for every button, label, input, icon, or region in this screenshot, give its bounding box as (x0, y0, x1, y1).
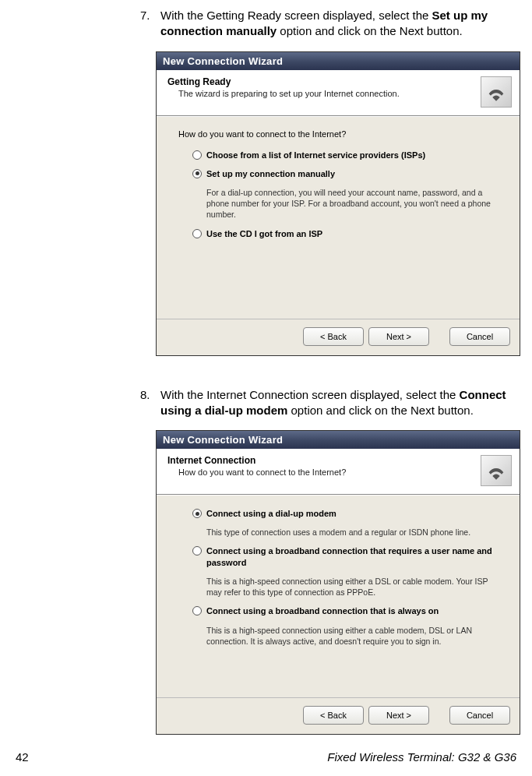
step-text-post: option and click on the Next button. (277, 24, 462, 37)
back-button[interactable]: < Back (303, 706, 364, 725)
option-desc: This is a high-speed connection using ei… (206, 576, 502, 598)
step-text-post: option and click on the Next button. (287, 404, 473, 417)
manual-title: Fixed Wireless Terminal: G32 & G36 (327, 750, 516, 764)
wizard-header: Getting Ready The wizard is preparing to… (157, 70, 520, 116)
option-isp-list[interactable]: Choose from a list of Internet service p… (192, 150, 502, 160)
option-use-cd[interactable]: Use the CD I got from an ISP (192, 228, 502, 239)
radio-icon[interactable] (192, 546, 202, 556)
option-label: Connect using a broadband connection tha… (206, 605, 439, 616)
wizard-getting-ready: New Connection Wizard Getting Ready The … (156, 51, 520, 356)
option-dialup[interactable]: Connect using a dial-up modem (192, 508, 502, 519)
header-title: Internet Connection (167, 455, 473, 466)
radio-icon[interactable] (192, 169, 202, 178)
step-8: 8. With the Internet Connection screen d… (140, 387, 509, 419)
connection-icon (481, 455, 512, 486)
option-label: Set up my connection manually (206, 168, 335, 179)
option-desc: For a dial-up connection, you will need … (206, 187, 502, 220)
page-footer: 42 Fixed Wireless Terminal: G32 & G36 (16, 750, 516, 764)
body-question: How do you want to connect to the Intern… (178, 129, 502, 139)
cancel-button[interactable]: Cancel (449, 706, 510, 725)
option-desc: This is a high-speed connection using ei… (206, 625, 502, 647)
back-button[interactable]: < Back (303, 327, 364, 346)
titlebar: New Connection Wizard (157, 52, 520, 70)
header-title: Getting Ready (167, 76, 473, 87)
step-text-pre: With the Getting Ready screen displayed,… (160, 9, 432, 22)
next-button[interactable]: Next > (368, 327, 429, 346)
radio-icon[interactable] (192, 509, 202, 518)
wizard-footer: < Back Next > Cancel (157, 319, 520, 355)
step-text: With the Getting Ready screen displayed,… (160, 8, 509, 40)
option-label: Use the CD I got from an ISP (206, 228, 322, 239)
radio-icon[interactable] (192, 229, 202, 238)
wizard-body: How do you want to connect to the Intern… (157, 116, 520, 319)
connection-icon (481, 76, 512, 108)
option-desc: This type of connection uses a modem and… (206, 527, 502, 538)
wizard-internet-connection: New Connection Wizard Internet Connectio… (156, 430, 520, 735)
cancel-button[interactable]: Cancel (449, 327, 510, 346)
option-label: Connect using a dial-up modem (206, 508, 336, 519)
option-manual[interactable]: Set up my connection manually (192, 168, 502, 179)
titlebar: New Connection Wizard (157, 431, 520, 449)
step-number: 8. (140, 387, 160, 419)
option-label: Connect using a broadband connection tha… (206, 545, 502, 568)
header-subtitle: How do you want to connect to the Intern… (178, 467, 473, 477)
wizard-body: Connect using a dial-up modem This type … (157, 495, 520, 697)
radio-icon[interactable] (192, 150, 202, 160)
step-7: 7. With the Getting Ready screen display… (140, 8, 509, 40)
step-text: With the Internet Connection screen disp… (160, 387, 509, 419)
option-label: Choose from a list of Internet service p… (206, 150, 425, 160)
page-number: 42 (16, 750, 29, 764)
step-text-pre: With the Internet Connection screen disp… (160, 388, 460, 401)
radio-icon[interactable] (192, 606, 202, 616)
wizard-header: Internet Connection How do you want to c… (157, 449, 520, 495)
option-broadband-auth[interactable]: Connect using a broadband connection tha… (192, 545, 502, 568)
option-broadband-always[interactable]: Connect using a broadband connection tha… (192, 605, 502, 616)
wizard-footer: < Back Next > Cancel (157, 697, 520, 734)
header-subtitle: The wizard is preparing to set up your I… (178, 89, 473, 98)
step-number: 7. (140, 8, 160, 40)
next-button[interactable]: Next > (368, 706, 429, 725)
